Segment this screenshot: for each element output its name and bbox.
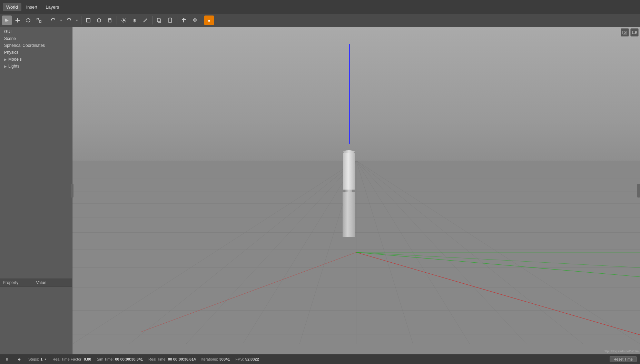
pause-btn[interactable]: ⏸ <box>3 356 10 363</box>
cylinder-shape-btn[interactable] <box>105 16 115 25</box>
translate-tool[interactable] <box>13 16 22 25</box>
simtime-value: 00 00:00:30.341 <box>115 357 143 361</box>
svg-rect-34 <box>169 18 171 19</box>
ground-plane <box>72 161 640 344</box>
fps-item: FPS: 52.8322 <box>235 357 259 361</box>
svg-line-51 <box>186 161 356 344</box>
undo-btn[interactable] <box>48 16 58 25</box>
left-sidebar: GUI Scene Spherical Coordinates Physics … <box>0 27 72 354</box>
sep5 <box>177 16 177 24</box>
iterations-label: Iterations: <box>201 357 218 361</box>
fps-label: FPS: <box>235 357 244 361</box>
steps-item: Steps: 1 ▲ <box>28 357 47 361</box>
status-bar: ⏸ ⏭ Steps: 1 ▲ Real Time Factor: 0.80 Si… <box>0 354 640 364</box>
tree-item-scene[interactable]: Scene <box>0 35 72 42</box>
point-light-btn[interactable] <box>130 16 139 25</box>
tree-item-gui[interactable]: GUI <box>0 28 72 35</box>
iterations-value: 30341 <box>219 357 230 361</box>
model-connector <box>345 190 352 192</box>
realtime-label: Real Time: <box>148 357 167 361</box>
select-tool[interactable] <box>2 16 12 25</box>
svg-rect-9 <box>39 21 41 22</box>
screenshot-btn[interactable] <box>621 28 629 37</box>
menu-tab-insert[interactable]: Insert <box>23 3 41 11</box>
svg-line-50 <box>129 161 356 344</box>
svg-marker-0 <box>5 18 9 22</box>
menu-tab-layers[interactable]: Layers <box>42 3 62 11</box>
fps-value: 52.8322 <box>245 357 259 361</box>
realtime-value: 00 00:00:36.614 <box>168 357 196 361</box>
grid-svg <box>72 161 640 344</box>
svg-line-24 <box>125 19 126 19</box>
models-arrow-icon: ▶ <box>4 58 7 61</box>
step-btn[interactable]: ⏭ <box>16 356 23 363</box>
world-tree: GUI Scene Spherical Coordinates Physics … <box>0 27 72 279</box>
svg-line-30 <box>144 19 147 22</box>
svg-line-62 <box>356 252 640 267</box>
svg-marker-7 <box>26 20 28 22</box>
svg-line-52 <box>243 161 356 344</box>
spot-light-btn[interactable] <box>140 16 150 25</box>
sep2 <box>81 16 81 24</box>
3d-model[interactable] <box>343 152 355 237</box>
rotate-tool[interactable] <box>23 16 33 25</box>
sep1 <box>46 16 46 24</box>
sun-light-btn[interactable] <box>119 16 129 25</box>
svg-rect-13 <box>87 19 90 22</box>
svg-marker-5 <box>15 20 17 21</box>
svg-line-63 <box>141 252 356 332</box>
steps-arrow[interactable]: ▲ <box>44 357 47 361</box>
menu-tab-world[interactable]: World <box>3 3 21 11</box>
sep6 <box>202 16 202 24</box>
svg-point-26 <box>134 19 136 21</box>
sep4 <box>152 16 152 24</box>
steps-value: 1 <box>40 357 42 361</box>
tree-item-physics[interactable]: Physics <box>0 49 72 56</box>
viewport-right-handle[interactable] <box>637 184 640 198</box>
svg-point-17 <box>123 19 125 21</box>
svg-point-38 <box>194 19 196 21</box>
redo-dropdown[interactable]: ▼ <box>75 16 79 25</box>
viewport-controls <box>621 28 639 37</box>
record-btn[interactable] <box>630 28 639 37</box>
tree-item-lights[interactable]: ▶ Lights <box>0 63 72 70</box>
snap-btn[interactable] <box>190 16 200 25</box>
svg-marker-3 <box>17 18 18 19</box>
sidebar-collapse-handle[interactable]: ⋮ <box>71 184 73 198</box>
box-shape-btn[interactable] <box>83 16 93 25</box>
cylinder-body <box>343 152 355 190</box>
svg-line-10 <box>39 20 39 21</box>
undo-dropdown[interactable]: ▼ <box>59 16 63 25</box>
cylinder-top-cap <box>343 150 355 153</box>
tree-item-models[interactable]: ▶ Models <box>0 56 72 63</box>
sphere-shape-btn[interactable] <box>94 16 104 25</box>
toolbar: ▼ ▼ <box>0 14 640 27</box>
lights-arrow-icon: ▶ <box>4 64 7 68</box>
svg-rect-67 <box>624 31 625 31</box>
rtf-item: Real Time Factor: 0.80 <box>52 357 91 361</box>
scale-tool[interactable] <box>34 16 44 25</box>
reset-time-btn[interactable]: Reset Time <box>610 356 637 362</box>
svg-line-22 <box>122 19 123 19</box>
sep3 <box>117 16 117 24</box>
model-base <box>343 192 355 237</box>
paste-btn[interactable] <box>165 16 175 25</box>
simtime-label: Sim Time: <box>97 357 114 361</box>
rtf-label: Real Time Factor: <box>52 357 82 361</box>
tree-item-spherical-coords[interactable]: Spherical Coordinates <box>0 42 72 49</box>
watermark: http://blog.csdn.net/Wl1m <box>603 350 639 353</box>
svg-point-66 <box>624 32 626 33</box>
color-picker-btn[interactable]: ■ <box>204 16 214 25</box>
svg-marker-4 <box>17 21 18 23</box>
copy-btn[interactable] <box>155 16 164 25</box>
redo-btn[interactable] <box>64 16 74 25</box>
simtime-item: Sim Time: 00 00:00:30.341 <box>97 357 143 361</box>
svg-point-14 <box>97 19 101 22</box>
rtf-value: 0.80 <box>84 357 91 361</box>
viewport[interactable]: http://blog.csdn.net/Wl1m <box>72 27 640 354</box>
realtime-item: Real Time: 00 00:00:36.614 <box>148 357 196 361</box>
align-btn[interactable] <box>179 16 189 25</box>
main-area: GUI Scene Spherical Coordinates Physics … <box>0 27 640 354</box>
iterations-item: Iterations: 30341 <box>201 357 230 361</box>
svg-marker-6 <box>19 20 20 21</box>
